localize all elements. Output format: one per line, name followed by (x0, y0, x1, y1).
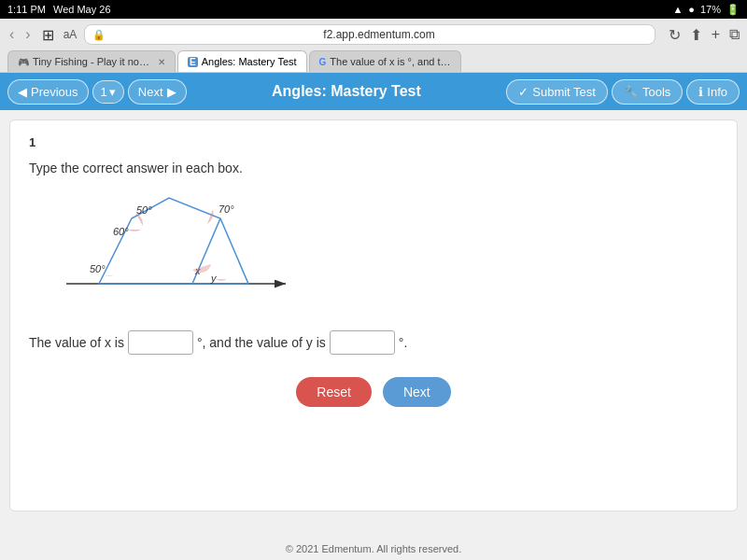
tab-coolmath[interactable]: 🎮 Tiny Fishing - Play it now at Coolmath… (7, 50, 176, 72)
copyright-text: © 2021 Edmentum. All rights reserved. (286, 543, 461, 554)
battery-icon: 🔋 (726, 4, 740, 16)
reset-button[interactable]: Reset (296, 377, 372, 407)
share-icon[interactable]: ⬆ (690, 26, 702, 44)
tab-close-coolmath[interactable]: ✕ (158, 57, 165, 67)
wifi-icon: ▲ (672, 4, 683, 15)
tab-icon: 🎮 (18, 57, 29, 67)
page-number: 1 (101, 85, 107, 99)
tools-label: Tools (642, 85, 670, 99)
status-bar: 1:11 PM Wed May 26 ▲ ● 17% 🔋 (0, 0, 747, 19)
status-time: 1:11 PM (7, 4, 46, 15)
chevron-right-icon: ▶ (167, 85, 176, 99)
next-button-top[interactable]: Next ▶ (128, 79, 187, 105)
footer: © 2021 Edmentum. All rights reserved. (0, 538, 747, 560)
next-button-bottom[interactable]: Next (383, 377, 451, 407)
refresh-icon[interactable]: ↻ (669, 26, 681, 44)
page-title: Angles: Mastery Test (190, 83, 503, 100)
address-bar[interactable]: 🔒 f2.app.edmentum.com (84, 24, 655, 45)
next-top-label: Next (138, 85, 163, 99)
check-icon: ✓ (518, 85, 529, 99)
previous-button[interactable]: ◀ Previous (7, 79, 89, 105)
browser-chrome: ‹ › ⊞ aA 🔒 f2.app.edmentum.com ↻ ⬆ + ⧉ 🎮… (0, 19, 747, 73)
status-date: Wed May 26 (53, 4, 111, 15)
info-icon: ℹ (698, 85, 703, 99)
tab-mastery-test[interactable]: E Angles: Mastery Test (177, 50, 307, 72)
answer-middle: °, and the value of y is (197, 335, 326, 350)
plus-icon[interactable]: + (712, 26, 720, 44)
app-toolbar: ◀ Previous 1 ▾ Next ▶ Angles: Mastery Te… (0, 73, 747, 110)
svg-text:70°: 70° (218, 203, 234, 215)
svg-text:50°: 50° (90, 263, 106, 274)
aa-label: aA (63, 28, 78, 41)
tools-button[interactable]: 🔧 Tools (612, 79, 683, 105)
status-right: ▲ ● 17% 🔋 (672, 4, 740, 16)
content-area: 1 Type the correct answer in each box. (9, 119, 738, 511)
svg-text:y: y (210, 273, 218, 284)
y-value-input[interactable] (330, 330, 395, 355)
info-button[interactable]: ℹ Info (686, 79, 740, 105)
toolbar-right: ✓ Submit Test 🔧 Tools ℹ Info (506, 79, 740, 105)
answer-prefix: The value of x is (29, 335, 124, 350)
action-buttons: Reset Next (29, 377, 718, 407)
tab-icon-g: G (319, 57, 327, 67)
signal-icon: ● (688, 4, 695, 15)
info-label: Info (707, 85, 727, 99)
submit-label: Submit Test (532, 85, 596, 99)
tab-mastery-label: Angles: Mastery Test (202, 56, 297, 67)
previous-label: Previous (31, 85, 78, 99)
browser-nav: ‹ › ⊞ aA 🔒 f2.app.edmentum.com ↻ ⬆ + ⧉ (7, 24, 740, 45)
chevron-left-icon: ◀ (18, 85, 27, 99)
url-text: f2.app.edmentum.com (111, 28, 646, 41)
tools-icon: 🔧 (624, 85, 639, 99)
svg-text:50°: 50° (136, 204, 152, 216)
question-number: 1 (29, 135, 718, 149)
browser-tabs: 🎮 Tiny Fishing - Play it now at Coolmath… (7, 50, 740, 72)
submit-test-button[interactable]: ✓ Submit Test (506, 79, 608, 105)
back-button[interactable]: ‹ (7, 26, 16, 43)
angle-diagram: 50° 60° 70° 50° x y (48, 190, 290, 312)
x-value-input[interactable] (128, 330, 193, 355)
forward-button[interactable]: › (23, 26, 32, 43)
tab-icon-e: E (188, 57, 198, 67)
tab-label: Tiny Fishing - Play it now at CoolmathGa… (33, 56, 150, 67)
answer-suffix: °. (399, 335, 408, 350)
svg-text:60°: 60° (113, 226, 129, 237)
tab-google-label: The value of x is °, and the value of y … (330, 56, 451, 67)
answer-row: The value of x is °, and the value of y … (29, 330, 718, 355)
question-instruction: Type the correct answer in each box. (29, 161, 718, 175)
page-selector[interactable]: 1 ▾ (92, 80, 124, 104)
browser-actions: ↻ ⬆ + ⧉ (669, 26, 740, 44)
geometry-figure: 50° 60° 70° 50° x y (48, 190, 718, 312)
lock-icon: 🔒 (92, 29, 106, 41)
reader-button[interactable]: ⊞ (40, 26, 56, 44)
tabs-icon[interactable]: ⧉ (729, 26, 740, 44)
tab-google[interactable]: G The value of x is °, and the value of … (309, 50, 462, 72)
chevron-down-icon: ▾ (109, 85, 116, 99)
battery-level: 17% (700, 4, 721, 15)
